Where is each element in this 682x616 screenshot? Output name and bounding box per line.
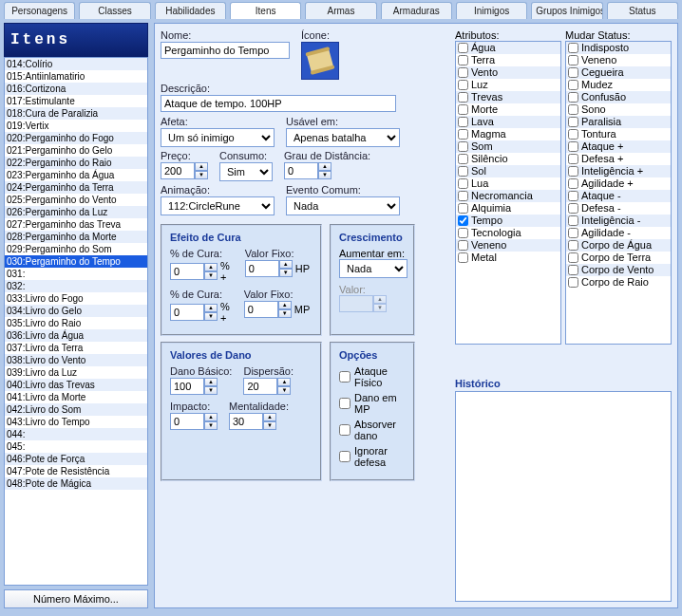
status-row[interactable]: Inteligência - <box>566 215 671 227</box>
list-item[interactable]: 019:Vertix <box>5 120 147 132</box>
list-item[interactable]: 023:Pergaminho da Água <box>5 169 147 181</box>
status-row[interactable]: Confusão <box>566 91 671 103</box>
opcao-row[interactable]: Ignorar defesa <box>339 445 406 468</box>
historico-box[interactable] <box>455 391 672 602</box>
list-item[interactable]: 032: <box>5 280 147 292</box>
list-item[interactable]: 046:Pote de Força <box>5 453 147 465</box>
tab-armaduras[interactable]: Armaduras <box>381 2 452 19</box>
checkbox[interactable] <box>568 117 578 127</box>
status-row[interactable]: Corpo de Terra <box>566 252 671 264</box>
list-item[interactable]: 017:Estimulante <box>5 95 147 107</box>
checkbox[interactable] <box>339 398 350 409</box>
list-item[interactable]: 045: <box>5 440 147 453</box>
list-item[interactable]: 047:Pote de Resistência <box>5 465 147 477</box>
checkbox[interactable] <box>458 203 468 214</box>
list-item[interactable]: 029:Pergaminho do Som <box>5 243 147 255</box>
status-row[interactable]: Sono <box>566 103 671 116</box>
checkbox[interactable] <box>568 252 578 263</box>
evento-select[interactable]: Nada <box>286 196 400 215</box>
checkbox[interactable] <box>568 191 578 201</box>
dano-dispersao[interactable]: ▲▼ <box>243 378 294 395</box>
preco-spinner[interactable]: ▲▼ <box>161 162 208 179</box>
status-row[interactable]: Agilidade - <box>566 227 671 239</box>
status-row[interactable]: Ataque + <box>566 140 671 153</box>
list-item[interactable]: 014:Colírio <box>5 58 147 70</box>
checkbox[interactable] <box>458 166 468 177</box>
status-row[interactable]: Veneno <box>566 54 671 66</box>
checkbox[interactable] <box>458 240 468 251</box>
atributo-row[interactable]: Luz <box>456 79 560 91</box>
tab-status[interactable]: Status <box>607 2 678 19</box>
checkbox[interactable] <box>568 215 578 226</box>
cura-fixo-hp[interactable]: ▲▼ <box>245 260 293 277</box>
checkbox[interactable] <box>339 451 350 462</box>
checkbox[interactable] <box>458 141 468 152</box>
checkbox[interactable] <box>458 252 468 263</box>
list-item[interactable]: 040:Livro das Trevas <box>5 379 147 391</box>
checkbox[interactable] <box>568 277 578 288</box>
atributo-row[interactable]: Trevas <box>456 91 560 103</box>
list-item[interactable]: 015:Antiinlamatirio <box>5 70 147 83</box>
atributo-row[interactable]: Lava <box>456 116 560 128</box>
status-row[interactable]: Corpo de Raio <box>566 276 671 289</box>
tab-inimigos[interactable]: Inimigos <box>456 2 527 19</box>
opcao-row[interactable]: Ataque Físico <box>339 365 406 388</box>
atributo-row[interactable]: Silêncio <box>456 153 560 165</box>
checkbox[interactable] <box>568 203 578 214</box>
tab-armas[interactable]: Armas <box>305 2 376 19</box>
list-item[interactable]: 026:Pergaminho da Luz <box>5 206 147 218</box>
list-item[interactable]: 025:Pergaminho do Vento <box>5 194 147 206</box>
crescimento-aumentar-select[interactable]: Nada <box>339 259 407 278</box>
list-item[interactable]: 016:Cortizona <box>5 83 147 95</box>
checkbox[interactable] <box>568 104 578 115</box>
cura-pct-mp[interactable]: ▲▼ <box>170 304 218 321</box>
atributo-row[interactable]: Terra <box>456 54 560 66</box>
icon-preview[interactable] <box>301 42 339 80</box>
checkbox[interactable] <box>568 228 578 238</box>
list-item[interactable]: 027:Pergaminho das Treva <box>5 218 147 231</box>
cura-fixo-mp[interactable]: ▲▼ <box>244 301 292 318</box>
list-item[interactable]: 038:Livro do Vento <box>5 354 147 366</box>
tab-grupos-inimigos[interactable]: Grupos Inimigos <box>531 2 602 19</box>
checkbox[interactable] <box>458 104 468 115</box>
cura-pct-hp[interactable]: ▲▼ <box>170 263 218 280</box>
list-item[interactable]: 034:Livro do Gelo <box>5 305 147 317</box>
status-row[interactable]: Cegueira <box>566 66 671 79</box>
nome-input[interactable] <box>161 42 290 59</box>
item-list[interactable]: 014:Colírio015:Antiinlamatirio016:Cortiz… <box>4 57 148 586</box>
status-row[interactable]: Agilidade + <box>566 177 671 190</box>
list-item[interactable]: 030:Pergaminho do Tempo <box>5 255 147 268</box>
atributo-row[interactable]: Tecnologia <box>456 227 560 239</box>
checkbox[interactable] <box>568 92 578 103</box>
checkbox[interactable] <box>458 129 468 140</box>
list-item[interactable]: 035:Livro do Raio <box>5 317 147 329</box>
atributo-row[interactable]: Tempo <box>456 215 560 227</box>
list-item[interactable]: 031: <box>5 268 147 280</box>
atributo-row[interactable]: Magma <box>456 128 560 140</box>
checkbox[interactable] <box>458 67 468 78</box>
list-item[interactable]: 043:Livro do Tempo <box>5 416 147 428</box>
status-row[interactable]: Mudez <box>566 79 671 91</box>
checkbox[interactable] <box>568 80 578 90</box>
afeta-select[interactable]: Um só inimigo <box>161 128 275 147</box>
dano-impacto[interactable]: ▲▼ <box>170 413 218 430</box>
list-item[interactable]: 033:Livro do Fogo <box>5 292 147 305</box>
list-item[interactable]: 042:Livro do Som <box>5 403 147 416</box>
spin-up-icon[interactable]: ▲ <box>195 162 208 171</box>
opcao-row[interactable]: Absorver dano <box>339 419 406 441</box>
status-row[interactable]: Corpo de Água <box>566 239 671 252</box>
tab-habilidades[interactable]: Habilidades <box>155 2 226 19</box>
checkbox[interactable] <box>458 154 468 164</box>
atributo-row[interactable]: Lua <box>456 177 560 190</box>
spin-down-icon[interactable]: ▼ <box>195 171 208 179</box>
status-row[interactable]: Inteligência + <box>566 165 671 177</box>
status-row[interactable]: Ataque - <box>566 190 671 202</box>
list-item[interactable]: 041:Livro da Morte <box>5 391 147 403</box>
checkbox[interactable] <box>568 67 578 78</box>
checkbox[interactable] <box>568 129 578 140</box>
checkbox[interactable] <box>568 166 578 177</box>
status-row[interactable]: Defesa + <box>566 153 671 165</box>
checkbox[interactable] <box>568 265 578 275</box>
list-item[interactable]: 022:Pergaminho do Raio <box>5 157 147 169</box>
checkbox[interactable] <box>568 240 578 251</box>
